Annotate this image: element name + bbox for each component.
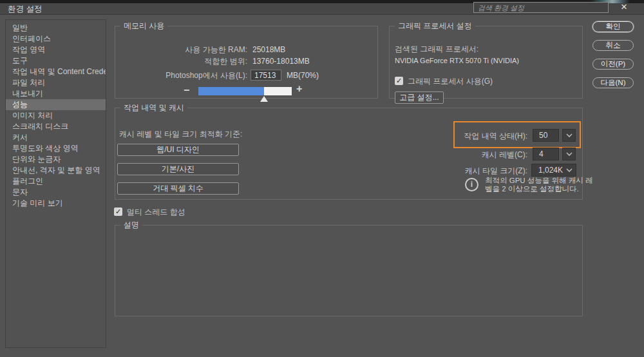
cache-optimize-label: 캐시 레벨 및 타일 크기 최적화 기준:: [119, 130, 242, 139]
ps-ram-use-label: Photoshop에서 사용(L):: [115, 71, 247, 80]
close-icon[interactable]: ×: [617, 1, 631, 14]
prev-button[interactable]: 이전(P): [592, 59, 634, 70]
ram-percent-suffix: MB(70%): [287, 71, 319, 80]
sidebar-item-history-content-credentials[interactable]: 작업 내역 및 Content Credentials: [6, 66, 106, 77]
sidebar-item-scratch-disks[interactable]: 스크래치 디스크: [6, 121, 106, 132]
description-section: 설명: [115, 220, 583, 316]
gpu-cache-info-text: 최적의 GPU 성능을 위해 캐시 레 벨을 2 이상으로 설정합니다.: [485, 177, 593, 193]
info-icon: i: [465, 178, 478, 191]
cache-levels-chevron-down-icon[interactable]: [562, 148, 576, 160]
cache-levels-label: 캐시 레벨(C):: [399, 150, 527, 159]
history-cache-legend: 작업 내역 및 캐시: [120, 102, 187, 113]
sidebar-item-tools[interactable]: 도구: [6, 55, 106, 66]
use-gpu-checkbox[interactable]: ✓: [395, 77, 403, 85]
sidebar-item-plugins[interactable]: 플러그인: [6, 176, 106, 187]
ideal-range-value: 13760-18013MB: [252, 57, 310, 66]
sidebar-item-technology-previews[interactable]: 기술 미리 보기: [6, 198, 106, 209]
detected-gpu-label: 검색된 그래픽 프로세서:: [395, 44, 478, 53]
sidebar-item-image-processing[interactable]: 이미지 처리: [6, 110, 106, 121]
history-states-chevron-down-icon[interactable]: [562, 129, 576, 142]
ram-slider-plus-icon[interactable]: +: [296, 83, 302, 95]
detected-gpu-value: NVIDIA GeForce RTX 5070 Ti (NVIDIA): [395, 56, 519, 65]
cache-tile-size-select[interactable]: 1,024K: [531, 164, 576, 177]
sidebar-item-cursors[interactable]: 커서: [6, 132, 106, 143]
sidebar-item-transparency-gamut[interactable]: 투명도와 색상 영역: [6, 143, 106, 154]
preset-default-photos-button[interactable]: 기본/사진: [117, 163, 239, 175]
next-button[interactable]: 다음(N): [592, 77, 634, 88]
use-gpu-label: 그래픽 프로세서 사용(G): [408, 77, 493, 86]
info-text-line2: 벨을 2 이상으로 설정합니다.: [485, 185, 593, 193]
multithread-compositing-label: 멀티 스레드 합성: [127, 207, 185, 217]
sidebar: 일반 인터페이스 작업 영역 도구 작업 내역 및 Content Creden…: [5, 19, 106, 348]
info-text-line1: 최적의 GPU 성능을 위해 캐시 레: [485, 177, 593, 185]
gpu-legend: 그래픽 프로세서 설정: [395, 21, 475, 32]
cancel-button[interactable]: 취소: [592, 40, 634, 51]
description-legend: 설명: [120, 220, 142, 231]
ok-button[interactable]: 확인: [592, 21, 634, 32]
cache-tile-size-label: 캐시 타일 크기(Z):: [399, 166, 527, 175]
sidebar-item-type[interactable]: 문자: [6, 187, 106, 198]
sidebar-item-workspace[interactable]: 작업 영역: [6, 44, 106, 55]
sidebar-item-file-handling[interactable]: 파일 처리: [6, 77, 106, 88]
sidebar-item-general[interactable]: 일반: [6, 23, 106, 34]
multithread-compositing-checkbox[interactable]: ✓: [114, 207, 122, 216]
preset-web-ui-button[interactable]: 웹/UI 디자인: [117, 144, 239, 156]
sidebar-item-guides-grid-slices[interactable]: 안내선, 격자 및 분할 영역: [6, 165, 106, 176]
memory-legend: 메모리 사용: [120, 21, 167, 32]
history-states-label: 작업 내역 상태(H):: [399, 131, 527, 140]
preset-huge-pixels-button[interactable]: 거대 픽셀 치수: [117, 182, 239, 195]
dialog-title: 환경 설정: [8, 4, 42, 15]
history-cache-section: 작업 내역 및 캐시 캐시 레벨 및 타일 크기 최적화 기준: 웹/UI 디자…: [115, 102, 583, 200]
available-ram-label: 사용 가능한 RAM:: [115, 45, 247, 54]
history-states-value[interactable]: 50: [533, 129, 559, 142]
sidebar-item-interface[interactable]: 인터페이스: [6, 34, 106, 44]
ideal-range-label: 적합한 범위:: [115, 57, 247, 66]
ram-slider-thumb[interactable]: [260, 96, 268, 102]
memory-section: 메모리 사용 사용 가능한 RAM: 25018MB 적합한 범위: 13760…: [115, 21, 378, 99]
cache-tile-chevron-down-icon: [566, 168, 573, 172]
sidebar-item-units-rulers[interactable]: 단위와 눈금자: [6, 154, 106, 165]
available-ram-value: 25018MB: [252, 45, 285, 54]
search-input[interactable]: [473, 2, 609, 13]
cache-tile-size-value: 1,024K: [538, 164, 563, 176]
sidebar-item-export[interactable]: 내보내기: [6, 88, 106, 99]
cache-levels-value[interactable]: 4: [533, 148, 559, 160]
ram-slider-minus-icon[interactable]: −: [184, 84, 189, 96]
ram-amount-input[interactable]: [251, 70, 281, 81]
sidebar-item-performance[interactable]: 성능: [6, 99, 106, 110]
ram-slider-track[interactable]: [198, 87, 292, 95]
dialog-titlebar: 환경 설정 ×: [0, 3, 644, 15]
ram-slider-fill: [198, 87, 264, 95]
gpu-section: 그래픽 프로세서 설정 검색된 그래픽 프로세서: NVIDIA GeForce…: [389, 21, 583, 99]
